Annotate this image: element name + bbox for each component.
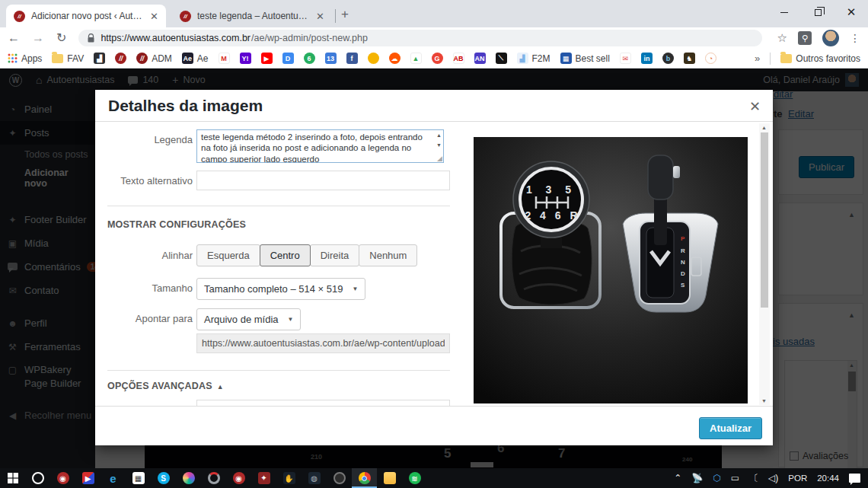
link-to-label: Apontar para: [107, 313, 193, 324]
taskbar-app-chat[interactable]: ◍: [302, 468, 327, 488]
link-url-input[interactable]: [196, 333, 450, 353]
bookmark-d-icon[interactable]: D: [282, 53, 294, 64]
reload-icon[interactable]: ↻: [56, 32, 66, 44]
tray-people-icon[interactable]: ⬡: [713, 473, 720, 483]
action-center-icon[interactable]: [849, 474, 860, 483]
tab-close-icon[interactable]: ✕: [316, 11, 324, 22]
bookmark-star-icon[interactable]: ☆: [777, 31, 787, 45]
bookmark-mail-icon[interactable]: ✉: [620, 53, 631, 64]
window-restore-button[interactable]: [801, 0, 834, 24]
taskbar-app-arrow[interactable]: ▶: [75, 468, 101, 488]
taskbar-app-camera2[interactable]: ◉: [226, 468, 251, 488]
bookmark-calendar-icon[interactable]: 13: [325, 53, 337, 64]
bookmark-yahoo-icon[interactable]: Y!: [240, 53, 251, 64]
tab-close-icon[interactable]: ✕: [150, 11, 158, 22]
window-close-button[interactable]: ✕: [834, 0, 868, 24]
bookmark-soundcloud-icon[interactable]: ☁: [389, 53, 400, 64]
bookmark-fav-folder[interactable]: FAV: [52, 53, 84, 64]
link-to-select[interactable]: Arquivo de mídia▼: [196, 308, 301, 330]
back-icon[interactable]: ←: [8, 32, 20, 44]
url-host: https://www.autoentusiastas.com.br: [101, 33, 251, 43]
scrollbar-thumb[interactable]: [761, 132, 768, 308]
bookmark-best-sell[interactable]: ▦Best sell: [560, 53, 610, 64]
url-path: /ae/wp-admin/post-new.php: [251, 33, 368, 43]
forward-icon[interactable]: →: [32, 32, 44, 44]
taskbar-app-ring[interactable]: [201, 468, 226, 488]
tray-chevron-icon[interactable]: ⌃: [674, 473, 681, 483]
align-centro-button[interactable]: Centro: [260, 244, 311, 266]
bookmark-gmail-icon[interactable]: M: [219, 53, 230, 64]
window-minimize-button[interactable]: [767, 0, 801, 24]
taskbar-app-chrome[interactable]: [352, 468, 377, 488]
align-nenhum-button[interactable]: Nenhum: [359, 244, 417, 266]
tray-wifi-icon[interactable]: 〔: [749, 472, 758, 485]
taskbar-app-spotify[interactable]: ≋: [402, 468, 427, 488]
taskbar-app-photos[interactable]: [176, 468, 201, 488]
taskbar-app-disc[interactable]: [327, 468, 352, 488]
scroll-down-icon[interactable]: ▼: [436, 142, 442, 148]
alt-text-input[interactable]: [196, 171, 450, 190]
bookmark-f2m[interactable]: ▟F2M: [517, 53, 550, 64]
size-select[interactable]: Tamanho completo – 514 × 519▼: [196, 278, 365, 300]
taskbar-app-edge[interactable]: e: [101, 468, 126, 488]
other-bookmarks-folder[interactable]: Outros favoritos: [780, 53, 860, 64]
taskbar-app-skype[interactable]: S: [151, 468, 176, 488]
taskbar-app-explorer[interactable]: [377, 468, 402, 488]
legenda-textarea[interactable]: teste legenda método 2 inserindo a foto,…: [197, 130, 443, 162]
new-tab-button[interactable]: +: [341, 7, 349, 22]
tray-dish-icon[interactable]: 📡: [691, 473, 703, 483]
legenda-label: Legenda: [107, 134, 193, 145]
tray-battery-icon[interactable]: ▭: [731, 473, 739, 483]
bookmark-analytics-icon[interactable]: ▟: [94, 53, 105, 64]
scroll-up-icon[interactable]: ▲: [436, 132, 442, 138]
bookmark-apps[interactable]: Apps: [8, 53, 42, 64]
bookmark-drive-icon[interactable]: ▲: [410, 53, 422, 64]
bookmark-ab-icon[interactable]: AB: [453, 53, 464, 64]
extension-lightbulb-icon[interactable]: ⚲: [798, 31, 812, 45]
shift-pattern-top-row: 1 3 5: [526, 183, 576, 196]
after-effects-icon: Ae: [182, 53, 193, 64]
bookmark-ae[interactable]: AeAe: [182, 53, 209, 64]
resize-grip-icon[interactable]: ◢: [437, 155, 442, 162]
atualizar-button[interactable]: Atualizar: [699, 417, 762, 439]
browser-profile-avatar[interactable]: [822, 30, 839, 46]
tray-volume-icon[interactable]: ◁): [768, 473, 778, 483]
bookmark-pixel-icon[interactable]: ♞: [684, 53, 695, 64]
modal-close-icon[interactable]: ✕: [749, 98, 761, 115]
cortana-button[interactable]: [25, 468, 50, 488]
browser-menu-icon[interactable]: ⋮: [850, 32, 860, 44]
align-direita-button[interactable]: Direita: [310, 244, 360, 266]
align-esquerda-button[interactable]: Esquerda: [196, 244, 260, 266]
bookmark-an-icon[interactable]: AN: [474, 53, 486, 64]
taskbar-app-camera[interactable]: ◉: [50, 468, 75, 488]
modal-scrollbar[interactable]: ▲ ▼: [759, 123, 770, 405]
bookmark-youtube-icon[interactable]: ▶: [261, 53, 273, 64]
site-logo-icon: //: [136, 53, 148, 64]
bookmark-6-icon[interactable]: 6: [304, 53, 315, 64]
bookmarks-overflow-icon[interactable]: »: [755, 53, 760, 64]
flower-icon: [183, 472, 195, 484]
scroll-down-icon[interactable]: ▼: [761, 398, 767, 403]
bookmark-dark-icon[interactable]: ⟍: [496, 53, 507, 64]
advanced-options-toggle[interactable]: OPÇÕES AVANÇADAS▲: [107, 381, 224, 391]
chevron-down-icon: ▼: [288, 316, 294, 323]
bookmark-linkedin-icon[interactable]: in: [641, 53, 653, 64]
bookmark-swirl-icon[interactable]: ◔: [705, 53, 716, 64]
taskbar-app-hand[interactable]: ✋: [276, 468, 302, 488]
tray-clock[interactable]: 20:44: [817, 474, 839, 483]
scroll-up-icon[interactable]: ▲: [761, 125, 767, 130]
tab-teste-legenda[interactable]: // teste legenda – Autoentusiastas ✕: [172, 5, 332, 27]
bookmark-lightbulb-icon[interactable]: [368, 53, 379, 64]
address-bar[interactable]: https://www.autoentusiastas.com.br/ae/wp…: [78, 30, 761, 46]
start-button[interactable]: [0, 468, 25, 488]
bookmark-adm[interactable]: //ADM: [136, 53, 172, 64]
bookmark-autoentusiastas-icon[interactable]: //: [115, 53, 126, 64]
tray-language[interactable]: POR: [788, 474, 807, 483]
bookmark-facebook-icon[interactable]: f: [346, 53, 358, 64]
bookmark-b-icon[interactable]: b: [662, 53, 674, 64]
tab-add-new-post[interactable]: // Adicionar novo post ‹ Autoentusi ✕: [6, 5, 166, 27]
bookmark-g-icon[interactable]: G: [432, 53, 443, 64]
taskbar-app-robot[interactable]: ⌖: [251, 468, 276, 488]
site-favicon: //: [180, 11, 191, 22]
taskbar-app-store[interactable]: ▦: [126, 468, 151, 488]
